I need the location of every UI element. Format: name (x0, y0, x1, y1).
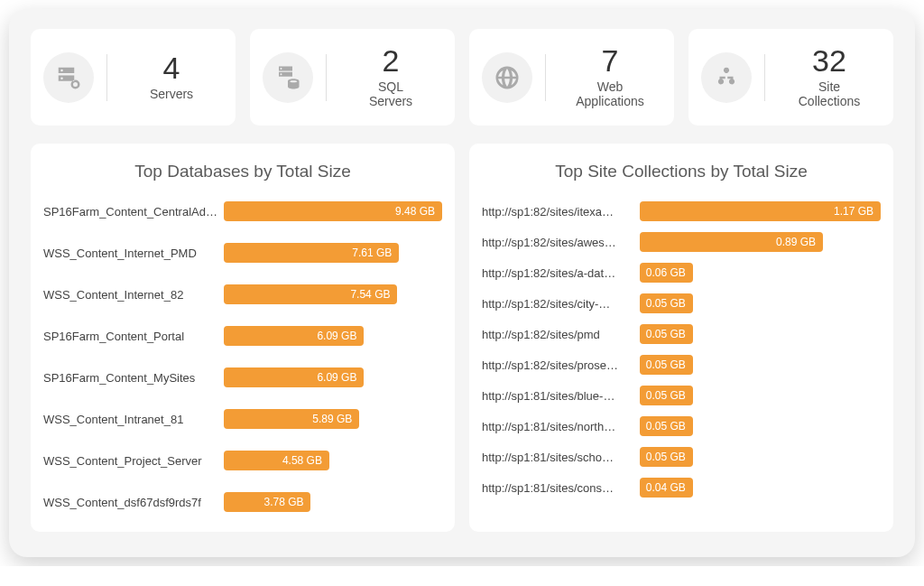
bar-fill: 7.61 GB (224, 243, 399, 263)
divider (545, 54, 546, 101)
bar-row[interactable]: WSS_Content_dsf67dsf9rds7f3.78 GB (43, 492, 442, 512)
stat-label: WebApplications (559, 79, 661, 110)
bar-row[interactable]: SP16Farm_Content_MySites6.09 GB (43, 367, 442, 387)
bar-label: http://sp1:81/sites/scho… (482, 451, 640, 464)
bar-label: http://sp1:82/sites/prose… (482, 358, 640, 372)
bar-value: 6.09 GB (317, 371, 356, 384)
bar-row[interactable]: http://sp1:82/sites/pmd0.05 GB (482, 324, 881, 344)
bar-value: 0.05 GB (646, 358, 686, 371)
bar-track: 7.61 GB (224, 243, 442, 263)
bar-track: 0.05 GB (640, 355, 881, 375)
bar-row[interactable]: WSS_Content_Project_Server4.58 GB (43, 451, 442, 470)
stat-value: 32 (778, 45, 881, 78)
bar-row[interactable]: http://sp1:82/sites/prose…0.05 GB (482, 355, 881, 375)
bar-row[interactable]: http://sp1:81/sites/cons…0.04 GB (482, 478, 881, 498)
bar-row[interactable]: SP16Farm_Content_Portal6.09 GB (43, 326, 442, 346)
bar-fill: 5.89 GB (224, 409, 359, 429)
bar-fill: 0.05 GB (640, 324, 693, 344)
dashboard: 4 Servers 2 SQLServers 7 WebApplications (9, 9, 915, 557)
bar-track: 6.09 GB (224, 367, 442, 387)
bar-label: WSS_Content_Internet_PMD (43, 246, 224, 260)
bar-row[interactable]: http://sp1:82/sites/city-…0.05 GB (482, 293, 881, 313)
bar-row[interactable]: http://sp1:81/sites/blue-…0.05 GB (482, 386, 881, 405)
bar-label: SP16Farm_Content_MySites (43, 371, 224, 385)
bar-row[interactable]: http://sp1:81/sites/scho…0.05 GB (482, 447, 881, 467)
bar-fill: 0.05 GB (640, 355, 693, 375)
panel-databases: Top Databases by Total Size SP16Farm_Con… (31, 144, 455, 532)
bar-row[interactable]: http://sp1:82/sites/itexa…1.17 GB (482, 201, 881, 221)
bar-label: http://sp1:81/sites/blue-… (482, 389, 640, 403)
bar-label: SP16Farm_Content_CentralAdmin (43, 205, 224, 219)
bar-fill: 0.05 GB (640, 416, 693, 436)
bar-fill: 0.05 GB (640, 386, 693, 405)
bar-track: 0.04 GB (640, 478, 881, 498)
bar-value: 0.05 GB (646, 328, 686, 340)
stat-cards-row: 4 Servers 2 SQLServers 7 WebApplications (31, 29, 893, 126)
globe-icon (482, 52, 532, 103)
bar-track: 0.05 GB (640, 386, 881, 405)
stat-card-web-applications[interactable]: 7 WebApplications (469, 29, 674, 126)
stat-text: 2 SQLServers (339, 45, 442, 109)
bar-value: 0.06 GB (646, 266, 686, 279)
bar-value: 4.58 GB (282, 454, 322, 467)
bar-label: http://sp1:81/sites/cons… (482, 481, 640, 495)
bar-value: 7.61 GB (352, 246, 392, 259)
bar-track: 0.05 GB (640, 293, 881, 313)
bar-value: 0.89 GB (776, 236, 816, 248)
bar-track: 1.17 GB (640, 201, 881, 221)
bar-row[interactable]: http://sp1:82/sites/a-dat…0.06 GB (482, 263, 881, 283)
bar-fill: 3.78 GB (224, 492, 310, 512)
divider (106, 54, 107, 101)
bar-value: 9.48 GB (395, 205, 435, 218)
bar-fill: 0.06 GB (640, 263, 693, 283)
bar-value: 0.05 GB (646, 420, 686, 433)
bar-track: 3.78 GB (224, 492, 442, 512)
bar-value: 0.05 GB (646, 297, 686, 310)
bar-row[interactable]: SP16Farm_Content_CentralAdmin9.48 GB (43, 201, 442, 221)
bar-track: 4.58 GB (224, 451, 442, 470)
bar-fill: 6.09 GB (224, 367, 364, 387)
bar-row[interactable]: WSS_Content_Internet_PMD7.61 GB (43, 243, 442, 263)
stat-text: 7 WebApplications (559, 45, 661, 109)
bar-label: WSS_Content_Intranet_81 (43, 413, 224, 426)
bar-fill: 9.48 GB (224, 201, 442, 221)
bar-label: WSS_Content_Project_Server (43, 454, 224, 468)
bar-fill: 4.58 GB (224, 451, 329, 470)
bar-fill: 7.54 GB (224, 284, 397, 304)
bar-track: 9.48 GB (224, 201, 442, 221)
bar-row[interactable]: http://sp1:82/sites/awes…0.89 GB (482, 232, 881, 252)
bar-row[interactable]: http://sp1:81/sites/north…0.05 GB (482, 416, 881, 436)
bar-list-databases: SP16Farm_Content_CentralAdmin9.48 GBWSS_… (43, 201, 442, 512)
bar-track: 5.89 GB (224, 409, 442, 429)
bar-track: 0.05 GB (640, 447, 881, 467)
bar-fill: 0.89 GB (640, 232, 823, 252)
bar-label: http://sp1:82/sites/pmd (482, 328, 640, 341)
bar-track: 7.54 GB (224, 284, 442, 304)
bar-label: http://sp1:81/sites/north… (482, 420, 640, 433)
bar-value: 3.78 GB (263, 496, 303, 508)
bar-value: 0.05 GB (646, 451, 686, 463)
bar-value: 5.89 GB (312, 413, 352, 425)
servers-icon (43, 52, 94, 103)
bar-track: 0.06 GB (640, 263, 881, 283)
bar-value: 6.09 GB (317, 330, 356, 342)
bar-label: SP16Farm_Content_Portal (43, 330, 224, 343)
bar-label: WSS_Content_dsf67dsf9rds7f (43, 496, 224, 509)
stat-label: Servers (120, 87, 223, 102)
panel-title: Top Site Collections by Total Size (482, 162, 881, 181)
stat-card-servers[interactable]: 4 Servers (31, 29, 236, 126)
stat-card-site-collections[interactable]: 32 SiteCollections (688, 29, 893, 126)
bar-fill: 1.17 GB (640, 201, 881, 221)
bar-row[interactable]: WSS_Content_Internet_827.54 GB (43, 284, 442, 304)
divider (326, 54, 327, 101)
stat-card-sql-servers[interactable]: 2 SQLServers (250, 29, 455, 126)
bar-row[interactable]: WSS_Content_Intranet_815.89 GB (43, 409, 442, 429)
stat-text: 4 Servers (120, 52, 223, 101)
divider (764, 54, 765, 101)
stat-label: SQLServers (339, 79, 442, 110)
bar-track: 6.09 GB (224, 326, 442, 346)
stat-value: 7 (559, 45, 661, 78)
bar-fill: 0.05 GB (640, 293, 693, 313)
bar-value: 0.05 GB (646, 389, 686, 402)
panel-title: Top Databases by Total Size (43, 162, 442, 181)
